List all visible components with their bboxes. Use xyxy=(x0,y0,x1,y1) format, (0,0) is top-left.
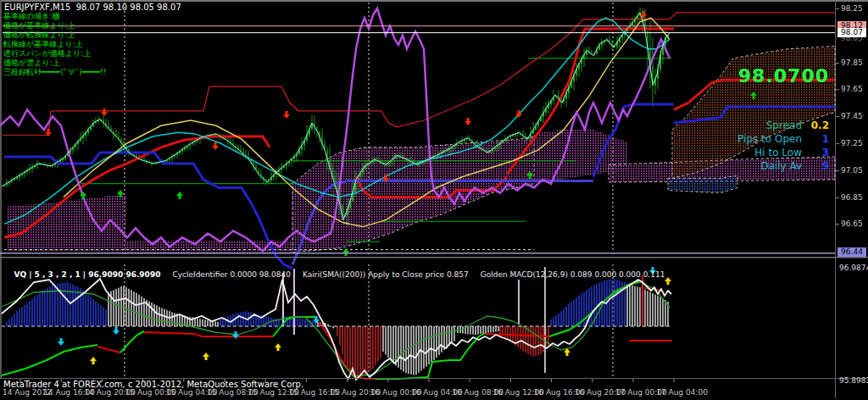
quote-row: Spread0.2 xyxy=(737,119,829,132)
buy-arrow-icon xyxy=(203,353,209,360)
quote-row-label: Hi to Low xyxy=(754,146,802,159)
ichimoku-status-panel: 基準線の傾き:横価格が基準線より:上価格が転換線より:上転換線が基準線より:上遅… xyxy=(3,12,107,77)
main-chart[interactable] xyxy=(0,3,835,269)
indicator-header: VQ | 5 , 3 , 2 , 1 | 96.9090 96.9090Cycl… xyxy=(4,262,676,287)
sub-axis-max-label: 96.9874 xyxy=(839,264,868,272)
sell-arrow-icon xyxy=(113,327,120,335)
sell-arrow-icon xyxy=(58,338,64,346)
quote-price: 98.0700 xyxy=(737,66,829,86)
sell-arrow-icon xyxy=(640,11,647,19)
ichimoku-status-line: 価格が転換線より:上 xyxy=(3,31,107,40)
time-axis-label: 17 Aug 04:00 xyxy=(656,388,708,397)
quote-row-label: Pips to Open xyxy=(737,132,802,146)
price-tick-label: 96.85 xyxy=(841,193,863,202)
vq-step-line xyxy=(376,333,485,379)
quote-panel: 98.0700 Spread0.2Pips to Open1Hi to Low3… xyxy=(737,34,829,205)
macd-values: Golden MACD(12,26,9) 0.089 0.000 0.000 0… xyxy=(481,270,665,279)
quote-row: Daily Av9 xyxy=(737,159,829,173)
vq-step-line xyxy=(2,345,97,375)
price-tick-mark xyxy=(836,116,839,117)
window-separator[interactable] xyxy=(0,257,868,258)
price-tick-mark xyxy=(836,197,839,198)
vq-step-line xyxy=(97,347,120,353)
quote-row: Hi to Low3 xyxy=(737,146,829,159)
quote-row: Pips to Open1 xyxy=(737,132,829,146)
price-tick-mark xyxy=(836,170,839,171)
sell-arrow-icon xyxy=(212,142,219,150)
sell-arrow-icon xyxy=(232,331,239,339)
price-tick-label: 96.65 xyxy=(841,219,863,228)
vq-values: VQ | 5 , 3 , 2 , 1 | 96.9090 96.9090 xyxy=(14,270,160,279)
price-tick-label: 98.25 xyxy=(841,4,863,13)
price-tick-label: 97.05 xyxy=(841,166,863,175)
sell-arrow-icon xyxy=(283,111,290,119)
price-tick-label: 97.25 xyxy=(841,139,863,147)
cycle-identifier-values: CycleIdentifier 0.0000 98.0840 xyxy=(172,270,291,279)
buy-arrow-icon xyxy=(342,248,349,256)
window-top-border xyxy=(0,0,868,2)
price-tick-mark xyxy=(836,143,839,144)
price-tick-mark xyxy=(836,63,839,64)
ichimoku-status-line: 遅行スパンが価格より:上 xyxy=(3,49,107,58)
window-left-border xyxy=(0,0,2,378)
chart-symbol-title: EURJPYFXF,M15 98.07 98.10 98.05 98.07 xyxy=(4,3,181,12)
buy-arrow-icon xyxy=(90,357,97,364)
price-tick-label: 97.85 xyxy=(841,58,863,67)
sell-arrow-icon xyxy=(101,108,108,116)
ichimoku-status-line: 価格が雲より:上 xyxy=(3,58,107,68)
time-axis[interactable]: 14 Aug 201214 Aug 16:0014 Aug 20:0015 Au… xyxy=(0,388,868,400)
price-marker-box: 98.07 xyxy=(837,28,866,37)
price-tick-mark xyxy=(836,224,839,225)
buy-arrow-icon xyxy=(275,343,281,351)
quote-row-value: 3 xyxy=(809,146,829,159)
sub-axis-min-label: 95.8983 xyxy=(839,376,868,385)
vq-step-line xyxy=(144,332,273,336)
buy-arrow-icon xyxy=(176,192,183,199)
price-marker-box: 96.44 xyxy=(837,247,866,257)
price-tick-label: 97.45 xyxy=(841,112,863,120)
quote-rows: Spread0.2Pips to Open1Hi to Low3Daily Av… xyxy=(737,119,829,173)
sell-arrow-icon xyxy=(465,118,471,125)
time-axis-border xyxy=(0,378,868,379)
vq-step-line xyxy=(120,331,144,353)
price-tick-label: 97.65 xyxy=(841,85,863,93)
ichimoku-status-line: 価格が基準線より:上 xyxy=(3,21,107,31)
price-tick-mark xyxy=(836,8,839,9)
window-separator-highlight[interactable] xyxy=(0,253,835,254)
ichimoku-status-line: 基準線の傾き:横 xyxy=(3,12,107,21)
quote-row-value: 9 xyxy=(809,159,829,173)
price-axis-main[interactable]: 98.2597.8597.6597.4597.2597.0596.8596.65… xyxy=(836,0,868,400)
price-tick-mark xyxy=(836,89,839,90)
quote-row-label: Daily Av xyxy=(760,159,802,173)
mt4-window: EURJPYFXF,M15 98.07 98.10 98.05 98.07 基準… xyxy=(0,0,868,400)
quote-row-value: 0.2 xyxy=(809,119,829,132)
kairi-values: Kairi(SMA((200)) Apply to Close price 0.… xyxy=(303,270,469,279)
histogram-segment xyxy=(500,326,548,357)
ichimoku-status-line: 転換線が基準線より:上 xyxy=(3,40,107,49)
quote-row-value: 1 xyxy=(809,132,829,146)
ichimoku-status-line: 三役好転ｷﾀ━━━━(ﾟ∀ﾟ)━━━━!! xyxy=(3,68,107,77)
quote-row-label: Spread xyxy=(766,119,802,132)
